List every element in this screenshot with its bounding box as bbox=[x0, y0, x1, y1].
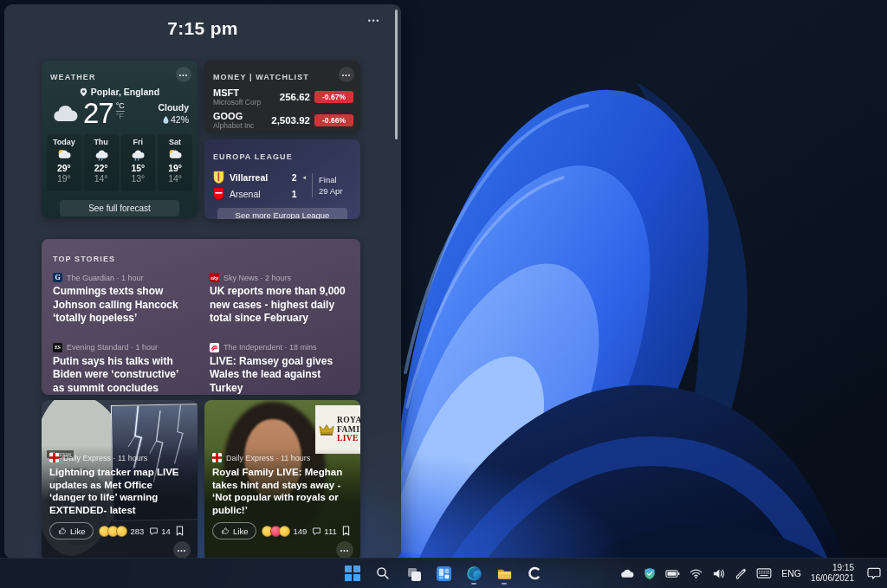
news-card-lightning[interactable]: Glasgow Daily Express · 11 hours bbox=[42, 400, 197, 559]
forecast-day-today[interactable]: Today 29° 19° bbox=[47, 134, 81, 191]
see-full-forecast-button[interactable]: See full forecast bbox=[60, 200, 179, 216]
match-summary[interactable]: Villarreal 2 ◂ Arsenal 1 ◂ Final 29 Apr bbox=[204, 163, 360, 202]
bookmark-button[interactable] bbox=[342, 526, 350, 536]
reaction-count: 283 bbox=[130, 527, 144, 536]
story-headline: LIVE: Ramsey goal gives Wales the lead a… bbox=[210, 355, 349, 396]
taskbar-loading-app-button[interactable] bbox=[523, 561, 546, 585]
stock-row-goog[interactable]: GOOG Alphabet Inc 2,503.92 -0.66% bbox=[204, 107, 360, 130]
cloud-icon bbox=[50, 104, 80, 123]
comment-icon bbox=[149, 527, 159, 536]
story-item[interactable]: G The Guardian · 1 hour Cummings texts s… bbox=[53, 273, 192, 326]
forecast-day-thu[interactable]: Thu 22° 14° bbox=[84, 134, 119, 191]
clock-tray-button[interactable]: 19:15 16/06/2021 bbox=[811, 563, 854, 584]
ellipsis-icon: ••• bbox=[340, 547, 349, 553]
forecast-day-sat[interactable]: Sat 19° 14° bbox=[158, 134, 192, 191]
top-stories-widget: TOP STORIES G The Guardian · 1 hour Cumm… bbox=[42, 239, 360, 395]
taskbar-start-button[interactable] bbox=[341, 561, 364, 585]
panel-scrollbar[interactable] bbox=[395, 10, 398, 139]
wifi-tray-button[interactable] bbox=[690, 568, 702, 578]
bookmark-icon bbox=[342, 526, 350, 536]
current-temperature: 27 bbox=[83, 99, 113, 127]
stock-ticker: MSFT bbox=[213, 87, 261, 98]
cloud-icon bbox=[619, 568, 634, 578]
stock-row-msft[interactable]: MSFT Microsoft Corp 256.62 -0.67% bbox=[204, 83, 360, 107]
story-headline: Cummings texts show Johnson calling Hanc… bbox=[53, 285, 192, 326]
story-meta: The Independent · 18 mins bbox=[223, 343, 317, 352]
story-item[interactable]: The Independent · 18 mins LIVE: Ramsey g… bbox=[210, 343, 349, 396]
taskbar-edge-button[interactable] bbox=[463, 561, 485, 585]
see-more-europa-button[interactable]: See more Europa League bbox=[217, 208, 347, 219]
windows-security-tray-button[interactable] bbox=[644, 567, 656, 580]
forecast-day-fri[interactable]: Fri 15° 13° bbox=[121, 134, 156, 191]
notifications-tray-button[interactable] bbox=[867, 567, 881, 579]
news-card-menu-button[interactable]: ••• bbox=[336, 541, 353, 559]
story-item[interactable]: sky Sky News · 2 hours UK reports more t… bbox=[210, 273, 349, 326]
weather-widget: WEATHER ••• Poplar, England 27 °C °F Clo… bbox=[42, 61, 197, 218]
stock-ticker: GOOG bbox=[213, 111, 254, 121]
comments-button[interactable]: 14 bbox=[149, 527, 171, 536]
money-menu-button[interactable]: ••• bbox=[339, 67, 354, 82]
language-indicator[interactable]: ENG bbox=[781, 568, 801, 578]
touch-keyboard-tray-button[interactable] bbox=[756, 568, 772, 578]
onedrive-tray-button[interactable] bbox=[619, 568, 634, 578]
unit-celsius-toggle[interactable]: °C bbox=[116, 101, 125, 112]
unit-toggle: °C °F bbox=[116, 101, 125, 121]
home-team-score: 2 bbox=[282, 172, 296, 183]
stock-change-badge: -0.67% bbox=[314, 91, 353, 103]
loading-spinner-icon bbox=[527, 565, 542, 581]
panel-menu-button[interactable]: ••• bbox=[365, 13, 384, 29]
taskbar-file-explorer-button[interactable] bbox=[493, 561, 515, 585]
weather-header: WEATHER bbox=[50, 73, 96, 81]
pen-tray-button[interactable] bbox=[735, 567, 747, 579]
wifi-icon bbox=[690, 568, 702, 578]
match-date: 29 Apr bbox=[319, 185, 353, 197]
volume-tray-button[interactable] bbox=[712, 568, 725, 579]
away-team-name: Arsenal bbox=[230, 189, 261, 199]
reaction-emojis[interactable]: 283 bbox=[99, 526, 144, 537]
comments-button[interactable]: 111 bbox=[312, 527, 336, 536]
news-headline: Royal Family LIVE: Meghan takes hint and… bbox=[212, 466, 353, 516]
forecast-row: Today 29° 19° Thu 22° 14° Fri bbox=[42, 134, 197, 191]
story-item[interactable]: ES Evening Standard · 1 hour Putin says … bbox=[53, 343, 192, 396]
search-icon bbox=[375, 565, 391, 581]
news-card-menu-button[interactable]: ••• bbox=[173, 541, 191, 559]
rain-cloud-icon bbox=[121, 148, 156, 161]
ellipsis-icon: ••• bbox=[342, 72, 351, 78]
bookmark-icon bbox=[176, 526, 184, 536]
evening-standard-favicon-icon: ES bbox=[53, 343, 62, 352]
chat-bubble-icon bbox=[867, 567, 881, 579]
laughing-emoji-icon bbox=[116, 526, 127, 537]
taskbar-task-view-button[interactable] bbox=[402, 561, 424, 585]
sun-cloud-icon bbox=[47, 148, 81, 161]
bookmark-button[interactable] bbox=[176, 526, 184, 536]
reaction-emojis[interactable]: 149 bbox=[262, 526, 307, 537]
edge-browser-icon bbox=[466, 565, 482, 582]
taskbar-time: 19:15 bbox=[811, 563, 854, 573]
weather-menu-button[interactable]: ••• bbox=[176, 67, 191, 82]
stock-change-badge: -0.66% bbox=[314, 114, 353, 126]
keyboard-icon bbox=[756, 568, 772, 578]
speaker-icon bbox=[712, 568, 725, 579]
story-headline: UK reports more than 9,000 new cases - h… bbox=[210, 285, 349, 326]
task-view-icon bbox=[405, 565, 422, 582]
taskbar-widgets-button[interactable] bbox=[432, 561, 455, 585]
battery-tray-button[interactable] bbox=[665, 569, 680, 578]
ellipsis-icon: ••• bbox=[179, 72, 188, 78]
like-button[interactable]: Like bbox=[212, 522, 256, 540]
taskbar-search-button[interactable] bbox=[372, 561, 394, 585]
comment-icon bbox=[312, 527, 321, 536]
like-button[interactable]: Like bbox=[49, 522, 94, 540]
arsenal-crest-icon bbox=[213, 187, 224, 200]
battery-icon bbox=[665, 569, 680, 578]
reaction-count: 149 bbox=[293, 527, 307, 536]
guardian-favicon-icon: G bbox=[53, 273, 62, 282]
home-team-name: Villarreal bbox=[230, 172, 268, 183]
unit-fahrenheit-toggle[interactable]: °F bbox=[116, 112, 125, 121]
news-card-royal[interactable]: ROYAL FAMILY LIVE Daily Express · 11 hou… bbox=[204, 400, 360, 559]
ellipsis-icon: ••• bbox=[368, 16, 380, 25]
independent-favicon-icon bbox=[210, 343, 219, 352]
location-pin-icon bbox=[80, 87, 87, 97]
pen-icon bbox=[735, 567, 747, 579]
sports-widget: EUROPA LEAGUE Villarreal 2 ◂ Arsenal 1 ◂ bbox=[204, 139, 360, 219]
divider bbox=[312, 173, 313, 197]
